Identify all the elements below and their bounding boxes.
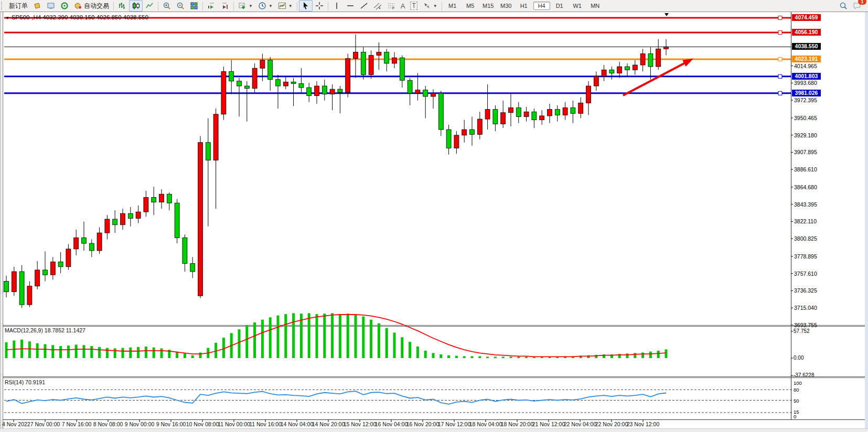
templates-caret-icon[interactable]: ▼ (288, 4, 293, 8)
candle-body (438, 93, 443, 129)
candle-body (27, 286, 32, 305)
arrows-caret-icon[interactable]: ▼ (433, 4, 437, 8)
zoom-out-button[interactable] (174, 0, 187, 12)
navigator-button[interactable] (58, 0, 71, 12)
candle-body (501, 113, 506, 124)
fibonacci-tool-button[interactable]: F (384, 0, 398, 12)
templates-button[interactable]: ▼ (275, 0, 295, 12)
rsi-line (6, 391, 666, 404)
auto-trading-button[interactable]: 自动交易 (71, 0, 112, 12)
clock-icon (258, 2, 266, 10)
hline-end-handle[interactable] (778, 74, 782, 78)
timeframe-button-m15[interactable]: M15 (480, 2, 497, 10)
periods-button[interactable]: ▼ (255, 0, 275, 12)
hline-end-handle[interactable] (778, 31, 782, 35)
candle-body (338, 89, 342, 92)
candle-body (121, 213, 125, 225)
cursor-tool-button[interactable] (299, 0, 313, 12)
timeframe-button-h4[interactable]: H4 (533, 2, 550, 10)
search-button[interactable] (837, 0, 850, 12)
candle-body (509, 108, 513, 113)
candle-body (446, 129, 451, 148)
auto-trading-label: 自动交易 (84, 2, 109, 10)
candle-body (35, 270, 40, 286)
candle-body (322, 86, 327, 94)
timeframe-button-h1[interactable]: H1 (516, 2, 532, 10)
candle-body (198, 143, 203, 296)
candle-body (276, 80, 281, 86)
candle-body (594, 77, 598, 86)
crosshair-tool-button[interactable] (313, 0, 326, 12)
chart-title: ▼SP500-,H4 4032.390 4039.150 4026.850 40… (5, 14, 148, 20)
channel-tool-button[interactable]: E (371, 0, 384, 12)
indicators-button[interactable]: ▼ (235, 0, 255, 12)
candle-body (369, 56, 373, 75)
line-chart-type-button[interactable] (143, 0, 156, 12)
hline-end-handle[interactable] (778, 57, 782, 61)
candle-body (252, 68, 257, 88)
new-order-button[interactable]: 新订单 (6, 0, 30, 12)
line-chart-icon (145, 2, 154, 10)
macd-indicator-label: MACD(12,26,9) 18.7852 11.1427 (5, 327, 85, 333)
candle-body (540, 116, 544, 120)
trendline-tool-button[interactable] (357, 0, 371, 12)
hline-end-handle[interactable] (778, 91, 782, 95)
tile-windows-icon (190, 2, 198, 10)
timeframe-button-m5[interactable]: M5 (462, 2, 479, 10)
toolbar-separator (113, 2, 114, 10)
label-tool-button[interactable]: T (408, 0, 420, 12)
market-watch-icon (33, 2, 41, 10)
candle-body (206, 143, 210, 160)
toolbar-separator (202, 2, 203, 10)
rsi-indicator-label: RSI(14) 70.9191 (5, 379, 45, 385)
text-tool-button[interactable]: A (398, 0, 408, 12)
symbol-caret-icon[interactable]: ▼ (5, 16, 9, 20)
mt4-window: 新订单 自动交易 (0, 0, 868, 432)
bar-chart-type-button[interactable] (115, 0, 129, 12)
candle-body (82, 237, 87, 243)
horizontal-line-tool-button[interactable] (344, 0, 357, 12)
arrows-tool-button[interactable]: ▼ (420, 0, 440, 12)
candle-body (408, 80, 412, 93)
hline-end-handle[interactable] (778, 16, 782, 20)
vertical-line-tool-button[interactable] (330, 0, 344, 12)
chart-plot-area[interactable] (0, 0, 868, 432)
candle-body (470, 129, 475, 134)
market-watch-button[interactable] (30, 0, 44, 12)
hline-price-label: 4023.191 (792, 56, 821, 62)
notifications-button[interactable]: 1 (850, 0, 864, 12)
candle-body (346, 59, 350, 93)
auto-scroll-button[interactable] (205, 0, 218, 12)
data-window-button[interactable] (44, 0, 58, 12)
timeframe-button-d1[interactable]: D1 (551, 2, 568, 10)
candle-body (50, 262, 55, 275)
label-tool-icon: T (410, 2, 417, 10)
candle-chart-type-button[interactable] (129, 0, 143, 12)
candle-body (330, 89, 335, 94)
candle-body (485, 110, 490, 119)
candle-body (400, 58, 404, 80)
timeframe-button-mn[interactable]: MN (587, 2, 604, 10)
timeframe-button-m30[interactable]: M30 (498, 2, 515, 10)
indicators-caret-icon[interactable]: ▼ (249, 4, 253, 8)
candle-body (586, 86, 591, 103)
timeframe-button-m1[interactable]: M1 (444, 2, 461, 10)
timeframe-toolbar: M1M5M15M30H1H4D1W1MN (444, 2, 604, 10)
candle-body (353, 52, 358, 58)
chart-shift-button[interactable] (218, 0, 232, 12)
template-icon (278, 2, 286, 10)
candle-body (229, 71, 234, 81)
zoom-in-button[interactable] (160, 0, 174, 12)
timeframe-button-w1[interactable]: W1 (569, 2, 586, 10)
horizontal-line-icon (346, 2, 355, 10)
candle-body (392, 58, 397, 63)
candle-body (105, 219, 110, 233)
periods-caret-icon[interactable]: ▼ (269, 4, 273, 8)
crosshair-icon (315, 2, 324, 10)
search-icon (839, 2, 848, 10)
toolbar-grip[interactable] (1, 2, 5, 10)
candle-body (648, 53, 653, 67)
candle-body (555, 110, 560, 115)
tile-windows-button[interactable] (187, 0, 201, 12)
candle-body (640, 53, 645, 65)
